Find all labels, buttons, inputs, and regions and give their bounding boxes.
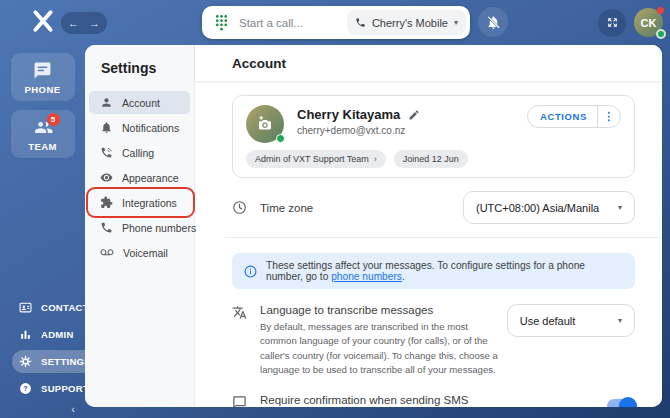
- language-select[interactable]: Use default ▾: [507, 304, 635, 337]
- phone-in-talk-icon: [100, 146, 113, 159]
- forward-icon[interactable]: →: [89, 17, 100, 29]
- sidebar-item-label: PHONE: [25, 84, 61, 95]
- page-title: Account: [195, 45, 662, 81]
- svg-text:?: ?: [23, 385, 27, 392]
- settings-nav-label: Notifications: [122, 122, 179, 134]
- settings-nav-item-notifications[interactable]: Notifications: [89, 116, 190, 139]
- gear-icon: [19, 355, 32, 368]
- app-window: ← → Start a call... Cherry's: [0, 0, 670, 418]
- info-icon: [244, 265, 257, 278]
- settings-nav-item-account[interactable]: Account: [89, 91, 190, 114]
- sidebar-bottom-list: CONTACTS ADMIN: [0, 294, 85, 418]
- collapse-sidebar-icon[interactable]: ‹: [71, 403, 75, 415]
- settings-nav-item-appearance[interactable]: Appearance: [89, 166, 190, 189]
- content-surface: Settings Account Notifications: [85, 45, 662, 407]
- eye-icon: [100, 171, 113, 184]
- notifications-muted-button[interactable]: [478, 7, 508, 37]
- clock-icon: [232, 200, 247, 215]
- edit-pencil-icon[interactable]: [408, 109, 420, 121]
- avatar-initials: CK: [641, 17, 657, 29]
- settings-nav-label: Calling: [122, 147, 154, 159]
- notification-dot: [657, 7, 664, 14]
- settings-nav: Settings Account Notifications: [85, 45, 195, 407]
- timezone-select[interactable]: (UTC+08:00) Asia/Manila ▾: [463, 191, 635, 224]
- sidebar-item-label: TEAM: [28, 141, 57, 152]
- phone-icon: [355, 17, 366, 28]
- chevron-down-icon: ▾: [454, 18, 458, 27]
- sidebar-item-label: SETTINGS: [41, 356, 91, 367]
- language-text: Language to transcribe messages By defau…: [260, 304, 507, 378]
- chip-label: Admin of VXT Support Team: [255, 154, 369, 164]
- back-icon[interactable]: ←: [68, 17, 79, 29]
- device-name: Cherry's Mobile: [372, 17, 448, 29]
- bell-slash-icon: [486, 15, 501, 30]
- bar-chart-icon: [19, 328, 32, 341]
- settings-nav-label: Voicemail: [123, 247, 168, 259]
- profile-avatar[interactable]: [246, 105, 284, 143]
- history-nav: ← →: [61, 12, 107, 34]
- dialpad-icon: [214, 14, 229, 31]
- settings-nav-label: Integrations: [122, 197, 177, 209]
- profile-chips: Admin of VXT Support Team › Joined 12 Ju…: [246, 150, 621, 168]
- user-avatar[interactable]: CK: [634, 8, 663, 37]
- topbar: ← → Start a call... Cherry's: [0, 0, 670, 45]
- actions-button[interactable]: ACTIONS ⋮: [527, 105, 621, 128]
- app-body: PHONE TEAM 5: [0, 45, 670, 418]
- toggle-knob: [619, 397, 637, 407]
- person-icon: [100, 96, 113, 109]
- settings-nav-item-phone-numbers[interactable]: Phone numbers: [89, 216, 190, 239]
- banner-text: These settings affect your messages. To …: [266, 260, 623, 282]
- online-status-dot: [656, 29, 666, 39]
- camera-add-icon: [256, 115, 274, 133]
- info-banner: These settings affect your messages. To …: [232, 253, 635, 289]
- start-call-searchbar[interactable]: Start a call... Cherry's Mobile ▾: [202, 6, 470, 39]
- timezone-row: Time zone (UTC+08:00) Asia/Manila ▾: [232, 191, 635, 224]
- profile-name: Cherry Kitayama: [297, 107, 400, 122]
- chevron-down-icon: ▾: [618, 316, 622, 325]
- sms-toggle[interactable]: [607, 399, 635, 407]
- sms-confirmation-row: Require confirmation when sending SMS As…: [232, 394, 635, 407]
- profile-email: cherry+demo@vxt.co.nz: [297, 125, 420, 136]
- expand-button[interactable]: [598, 9, 626, 37]
- kebab-menu-icon[interactable]: ⋮: [598, 110, 620, 123]
- settings-nav-item-integrations[interactable]: Integrations: [89, 191, 190, 214]
- vxt-logo: [30, 8, 56, 38]
- banner-text-before: These settings affect your messages. To …: [266, 260, 585, 282]
- chip-label: Joined 12 Jun: [403, 154, 459, 164]
- expand-icon: [606, 16, 619, 29]
- language-row: Language to transcribe messages By defau…: [232, 304, 635, 378]
- team-role-chip[interactable]: Admin of VXT Support Team ›: [246, 150, 386, 168]
- phone-numbers-link[interactable]: phone numbers: [331, 271, 402, 282]
- section-divider: [225, 237, 662, 238]
- online-status-dot: [276, 134, 285, 143]
- profile-card: Cherry Kitayama cherry+demo@vxt.co.nz AC…: [232, 95, 635, 178]
- chat-bubble-icon: [33, 61, 52, 80]
- actions-label: ACTIONS: [540, 111, 587, 122]
- timezone-value: (UTC+08:00) Asia/Manila: [476, 202, 599, 214]
- settings-nav-item-calling[interactable]: Calling: [89, 141, 190, 164]
- sidebar-item-phone[interactable]: PHONE: [11, 53, 75, 101]
- banner-text-suffix: .: [402, 271, 405, 282]
- help-icon: ?: [19, 382, 32, 395]
- main-content: Cherry Kitayama cherry+demo@vxt.co.nz AC…: [195, 81, 662, 407]
- contact-card-icon: [19, 301, 32, 314]
- language-description: By default, messages are transcribed in …: [260, 320, 507, 378]
- settings-nav-label: Account: [122, 97, 160, 109]
- joined-date-chip: Joined 12 Jun: [394, 150, 468, 168]
- settings-nav-label: Phone numbers: [122, 222, 196, 234]
- phone-icon: [100, 221, 113, 234]
- sidebar-item-admin[interactable]: ADMIN: [12, 323, 83, 346]
- sidebar-item-label: SUPPORT: [41, 383, 89, 394]
- message-icon: [232, 395, 247, 407]
- settings-nav-item-voicemail[interactable]: Voicemail: [89, 241, 190, 264]
- profile-info: Cherry Kitayama cherry+demo@vxt.co.nz: [297, 105, 420, 136]
- timezone-label: Time zone: [260, 202, 313, 214]
- voicemail-icon: [100, 246, 114, 259]
- profile-card-top: Cherry Kitayama cherry+demo@vxt.co.nz AC…: [246, 105, 621, 143]
- settings-title: Settings: [85, 45, 194, 89]
- sidebar-item-team[interactable]: TEAM 5: [11, 110, 75, 158]
- sidebar: PHONE TEAM 5: [0, 45, 85, 418]
- device-selector[interactable]: Cherry's Mobile ▾: [347, 10, 466, 35]
- bell-icon: [100, 121, 113, 134]
- team-badge: 5: [47, 113, 60, 126]
